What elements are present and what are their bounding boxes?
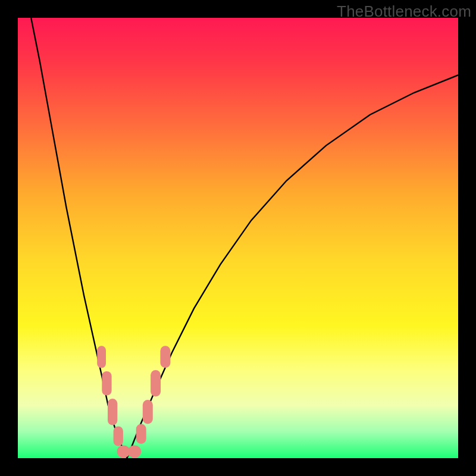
- curve-left-branch: [31, 18, 127, 458]
- curve-marker: [143, 400, 153, 424]
- plot-area: [18, 18, 458, 458]
- chart-frame: TheBottleneck.com: [0, 0, 476, 476]
- watermark-text: TheBottleneck.com: [337, 2, 471, 21]
- curve-marker: [160, 346, 170, 368]
- curve-marker: [114, 426, 123, 446]
- curve-marker: [102, 371, 111, 396]
- chart-svg: [18, 18, 458, 458]
- curve-marker: [136, 424, 146, 444]
- curve-marker: [151, 370, 161, 396]
- curve-marker: [108, 399, 117, 425]
- curve-marker: [128, 446, 141, 458]
- curve-right-branch: [127, 75, 459, 458]
- curve-marker: [97, 346, 106, 368]
